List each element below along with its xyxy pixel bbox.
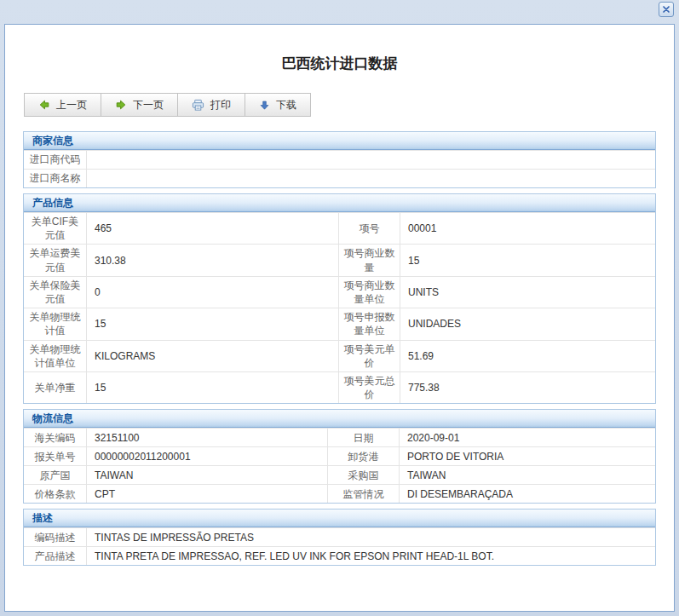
field-label: 项号商业数量单位	[339, 277, 400, 308]
sections-container: 商家信息 进口商代码 进口商名称 产品信息 关单CIF美元值 465 项号 00…	[5, 117, 674, 566]
content-panel: 巴西统计进口数据 上一页 下一页	[4, 24, 675, 612]
field-value: 0	[87, 277, 339, 308]
field-label: 产品描述	[24, 547, 87, 565]
titlebar	[0, 0, 679, 24]
field-value: TAIWAN	[400, 466, 655, 484]
arrow-right-icon	[115, 99, 127, 111]
table-row: 报关单号 00000002011200001 卸货港 PORTO DE VITO…	[24, 446, 655, 465]
field-value: DI DESEMBARAÇADA	[400, 485, 655, 503]
field-value: 00000002011200001	[87, 447, 328, 465]
dialog-window: 巴西统计进口数据 上一页 下一页	[0, 0, 679, 616]
field-label: 关单净重	[24, 372, 87, 403]
field-value: PORTO DE VITORIA	[400, 447, 655, 465]
field-label: 进口商代码	[24, 151, 87, 169]
field-label: 报关单号	[24, 447, 87, 465]
table-row: 编码描述 TINTAS DE IMPRESSÃO PRETAS	[24, 527, 655, 546]
field-value: TINTAS DE IMPRESSÃO PRETAS	[87, 528, 655, 546]
section-description-title: 描述	[24, 509, 655, 527]
table-row: 关单保险美元值 0 项号商业数量单位 UNITS	[24, 276, 655, 308]
table-row: 关单物理统计值单位 KILOGRAMS 项号美元单价 51.69	[24, 340, 655, 371]
field-value: 2020-09-01	[400, 429, 655, 446]
field-value	[87, 170, 655, 187]
field-label: 编码描述	[24, 528, 87, 546]
download-button[interactable]: 下载	[245, 94, 310, 116]
field-value	[87, 151, 655, 169]
section-merchant-info: 商家信息 进口商代码 进口商名称	[23, 131, 656, 188]
field-label: 项号美元单价	[339, 341, 400, 371]
field-value: TAIWAN	[87, 466, 328, 484]
next-page-button[interactable]: 下一页	[101, 94, 178, 116]
field-label: 海关编码	[24, 429, 87, 446]
table-row: 价格条款 CPT 监管情况 DI DESEMBARAÇADA	[24, 484, 655, 503]
field-label: 监管情况	[328, 485, 400, 503]
field-value: TINTA PRETA DE IMPRESSAO, REF. LED UV IN…	[87, 547, 655, 565]
field-value: 15	[87, 372, 339, 403]
field-label: 关单保险美元值	[24, 277, 87, 308]
section-logistics-title: 物流信息	[24, 410, 655, 428]
close-icon	[661, 4, 671, 14]
section-merchant-title: 商家信息	[24, 132, 655, 150]
section-description: 描述 编码描述 TINTAS DE IMPRESSÃO PRETAS 产品描述 …	[23, 509, 656, 566]
table-row: 进口商代码	[24, 150, 655, 169]
field-value: UNIDADES	[400, 308, 655, 339]
section-logistics-info: 物流信息 海关编码 32151100 日期 2020-09-01 报关单号 00…	[23, 409, 656, 504]
field-label: 项号申报数量单位	[339, 308, 400, 339]
field-label: 关单物理统计值	[24, 308, 87, 339]
field-label: 价格条款	[24, 485, 87, 503]
field-value: 51.69	[400, 341, 655, 371]
field-value: KILOGRAMS	[87, 341, 339, 371]
field-label: 项号商业数量	[339, 245, 400, 275]
arrow-down-icon	[259, 100, 270, 111]
field-label: 日期	[328, 429, 400, 446]
print-button[interactable]: 打印	[178, 94, 245, 116]
field-label: 进口商名称	[24, 170, 87, 187]
field-value: 775.38	[400, 372, 655, 403]
arrow-left-icon	[38, 99, 50, 111]
field-label: 关单运费美元值	[24, 245, 87, 275]
table-row: 海关编码 32151100 日期 2020-09-01	[24, 428, 655, 446]
toolbar: 上一页 下一页 打印	[24, 93, 311, 117]
table-row: 关单运费美元值 310.38 项号商业数量 15	[24, 244, 655, 275]
field-value: 00001	[400, 213, 655, 244]
page-title: 巴西统计进口数据	[5, 54, 674, 72]
table-row: 原产国 TAIWAN 采购国 TAIWAN	[24, 465, 655, 484]
field-label: 关单物理统计值单位	[24, 341, 87, 371]
prev-page-button[interactable]: 上一页	[25, 94, 101, 116]
field-label: 原产国	[24, 466, 87, 484]
field-label: 卸货港	[328, 447, 400, 465]
field-value: UNITS	[400, 277, 655, 308]
close-button[interactable]	[659, 2, 674, 17]
field-label: 采购国	[328, 466, 400, 484]
field-label: 关单CIF美元值	[24, 213, 87, 244]
field-value: 32151100	[87, 429, 328, 446]
field-value: 15	[87, 308, 339, 339]
field-value: 465	[87, 213, 339, 244]
printer-icon	[192, 99, 204, 112]
prev-page-label: 上一页	[56, 98, 87, 112]
section-product-title: 产品信息	[24, 194, 655, 212]
table-row: 关单净重 15 项号美元总价 775.38	[24, 371, 655, 403]
section-product-info: 产品信息 关单CIF美元值 465 项号 00001 关单运费美元值 310.3…	[23, 193, 656, 404]
download-label: 下载	[276, 98, 296, 112]
next-page-label: 下一页	[133, 98, 164, 112]
table-row: 产品描述 TINTA PRETA DE IMPRESSAO, REF. LED …	[24, 546, 655, 565]
table-row: 关单CIF美元值 465 项号 00001	[24, 212, 655, 244]
table-row: 关单物理统计值 15 项号申报数量单位 UNIDADES	[24, 308, 655, 339]
print-label: 打印	[210, 98, 231, 112]
table-row: 进口商名称	[24, 169, 655, 187]
field-label: 项号美元总价	[339, 372, 400, 403]
field-value: 15	[400, 245, 655, 275]
field-label: 项号	[339, 213, 400, 244]
field-value: CPT	[87, 485, 328, 503]
field-value: 310.38	[87, 245, 339, 275]
